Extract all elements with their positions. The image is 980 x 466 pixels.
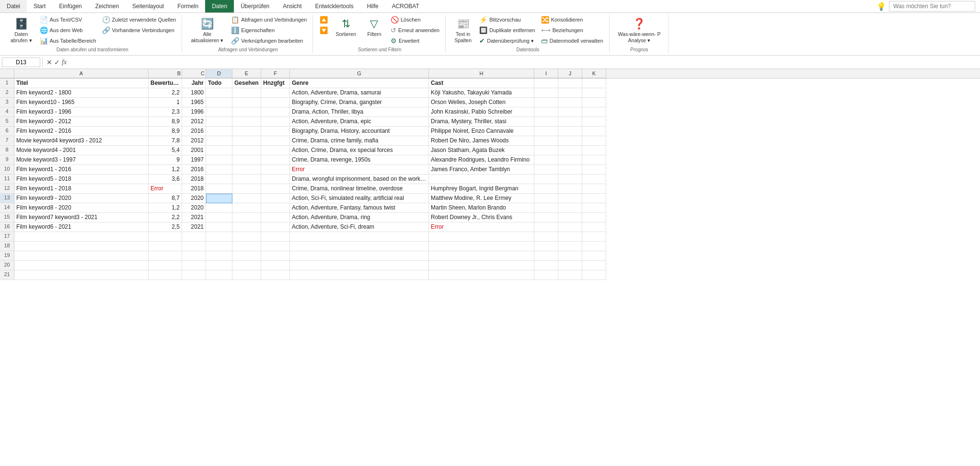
cell-b12[interactable]: Error [149, 184, 182, 194]
cell-h17[interactable] [429, 232, 534, 242]
col-header-d[interactable]: D [206, 69, 232, 78]
cell-h10[interactable]: James Franco, Amber Tamblyn [429, 165, 534, 175]
btn-daten-abrufen[interactable]: 🗄️ Datenabrufen ▾ [7, 15, 36, 46]
cell-h3[interactable]: Orson Welles, Joseph Cotten [429, 98, 534, 107]
cell-f17[interactable] [261, 232, 290, 242]
cell-g10[interactable]: Error [290, 165, 429, 175]
cell-j12[interactable] [558, 184, 582, 194]
cell-f15[interactable] [261, 213, 290, 222]
row-num-21[interactable]: 21 [0, 270, 14, 280]
cell-d7[interactable] [206, 136, 232, 146]
cell-e7[interactable] [232, 136, 261, 146]
cell-a10[interactable]: Film keyword1 - 2016 [14, 165, 149, 175]
cell-j20[interactable] [558, 261, 582, 270]
cell-a17[interactable] [14, 232, 149, 242]
cell-j19[interactable] [558, 251, 582, 261]
cell-c9[interactable]: 1997 [182, 155, 206, 165]
btn-zuletzt-verwendete[interactable]: 🕐 Zuletzt verwendete Quellen [100, 15, 178, 24]
row-num-4[interactable]: 4 [0, 107, 14, 117]
cell-j11[interactable] [558, 175, 582, 184]
cell-c17[interactable] [182, 232, 206, 242]
cell-f19[interactable] [261, 251, 290, 261]
cell-a19[interactable] [14, 251, 149, 261]
cell-f2[interactable] [261, 88, 290, 98]
cell-b3[interactable]: 1 [149, 98, 182, 107]
cell-i19[interactable] [534, 251, 558, 261]
cell-b4[interactable]: 2,3 [149, 107, 182, 117]
cell-h6[interactable]: Philippe Noiret, Enzo Cannavale [429, 127, 534, 136]
cell-i6[interactable] [534, 127, 558, 136]
cell-c11[interactable]: 2018 [182, 175, 206, 184]
cell-h14[interactable]: Martin Sheen, Marlon Brando [429, 203, 534, 213]
cell-k17[interactable] [582, 232, 606, 242]
cell-k20[interactable] [582, 261, 606, 270]
cell-d8[interactable] [206, 146, 232, 155]
cell-i16[interactable] [534, 222, 558, 232]
cell-d2[interactable] [206, 88, 232, 98]
cell-k2[interactable] [582, 88, 606, 98]
cell-e4[interactable] [232, 107, 261, 117]
row-num-19[interactable]: 19 [0, 251, 14, 261]
cell-h21[interactable] [429, 270, 534, 280]
row-num-13[interactable]: 13 [0, 194, 14, 203]
cell-h16[interactable]: Error [429, 222, 534, 232]
col-header-i[interactable]: I [534, 69, 558, 78]
cell-f6[interactable] [261, 127, 290, 136]
col-header-e[interactable]: E [232, 69, 261, 78]
cell-d17[interactable] [206, 232, 232, 242]
btn-sortieren[interactable]: ⇅ Sortieren [332, 15, 360, 40]
btn-filtern[interactable]: ▽ Filtern [362, 15, 387, 40]
btn-erweitert[interactable]: ⚙ Erweitert [389, 36, 441, 46]
cell-i13[interactable] [534, 194, 558, 203]
row-num-8[interactable]: 8 [0, 146, 14, 155]
cell-c21[interactable] [182, 270, 206, 280]
cell-k13[interactable] [582, 194, 606, 203]
cell-k12[interactable] [582, 184, 606, 194]
btn-aus-text-csv[interactable]: 📄 Aus Text/CSV [38, 15, 98, 24]
cell-g12[interactable]: Crime, Drama, nonlinear timeline, overdo… [290, 184, 429, 194]
cell-a15[interactable]: Film keyword7 keyword3 - 2021 [14, 213, 149, 222]
cell-a7[interactable]: Movie keyword4 keyword3 - 2012 [14, 136, 149, 146]
tab-seitenlayout[interactable]: Seitenlayout [126, 0, 171, 12]
cell-a18[interactable] [14, 242, 149, 251]
cell-h13[interactable]: Matthew Modine, R. Lee Ermey [429, 194, 534, 203]
row-num-17[interactable]: 17 [0, 232, 14, 242]
cell-h19[interactable] [429, 251, 534, 261]
cell-e18[interactable] [232, 242, 261, 251]
cell-i20[interactable] [534, 261, 558, 270]
confirm-formula-icon[interactable]: ✓ [54, 58, 60, 66]
cell-c15[interactable]: 2021 [182, 213, 206, 222]
row-num-14[interactable]: 14 [0, 203, 14, 213]
cell-d18[interactable] [206, 242, 232, 251]
cell-g18[interactable] [290, 242, 429, 251]
cell-g5[interactable]: Action, Adventure, Drama, epic [290, 117, 429, 127]
cell-i17[interactable] [534, 232, 558, 242]
cell-i21[interactable] [534, 270, 558, 280]
col-header-f[interactable]: F [261, 69, 290, 78]
cell-h7[interactable]: Robert De Niro, James Woods [429, 136, 534, 146]
btn-sort-az[interactable]: 🔼 [318, 15, 330, 24]
cell-j21[interactable] [558, 270, 582, 280]
cell-f7[interactable] [261, 136, 290, 146]
cell-e6[interactable] [232, 127, 261, 136]
btn-aus-dem-web[interactable]: 🌐 Aus dem Web [38, 25, 98, 35]
cell-g20[interactable] [290, 261, 429, 270]
cell-c16[interactable]: 2021 [182, 222, 206, 232]
cell-k14[interactable] [582, 203, 606, 213]
row-num-20[interactable]: 20 [0, 261, 14, 270]
cell-b8[interactable]: 5,4 [149, 146, 182, 155]
btn-datenmodell-verwalten[interactable]: 🗃 Datenmodell verwalten [539, 36, 605, 46]
cell-g17[interactable] [290, 232, 429, 242]
row-num-2[interactable]: 2 [0, 88, 14, 98]
cell-i15[interactable] [534, 213, 558, 222]
cell-i12[interactable] [534, 184, 558, 194]
cell-c3[interactable]: 1965 [182, 98, 206, 107]
cell-f8[interactable] [261, 146, 290, 155]
cell-a3[interactable]: Film keyword10 - 1965 [14, 98, 149, 107]
row-num-11[interactable]: 11 [0, 175, 14, 184]
cell-g3[interactable]: Biography, Crime, Drama, gangster [290, 98, 429, 107]
cell-h15[interactable]: Robert Downey Jr., Chris Evans [429, 213, 534, 222]
cell-e9[interactable] [232, 155, 261, 165]
cell-h11[interactable] [429, 175, 534, 184]
cell-e10[interactable] [232, 165, 261, 175]
